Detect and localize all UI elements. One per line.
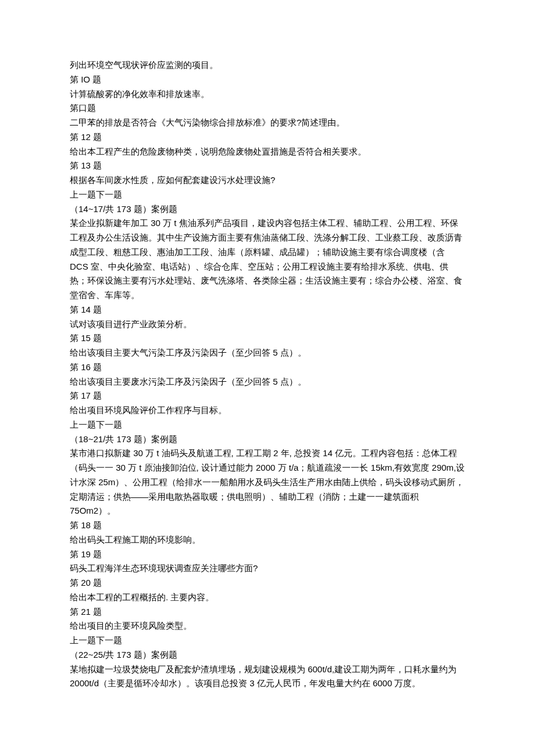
question-heading: 第 18 题 [70, 518, 465, 533]
nav-prev-next[interactable]: 上一题下一题 [70, 635, 122, 645]
body-text: 给出码头工程施工期的环境影响。 [70, 533, 465, 547]
body-text: 二甲苯的排放是否符合《大气污染物综合排放标准》的要求?简述理由。 [70, 116, 465, 130]
body-text: 某地拟建一垃圾焚烧电厂及配套炉渣填埋场，规划建设规模为 600t/d,建设工期为… [70, 662, 465, 691]
question-heading: 第 16 题 [70, 360, 465, 375]
body-text: 码头工程海洋生态环境现状调查应关注哪些方面? [70, 561, 465, 576]
body-text: 某市港口拟新建 30 万 t 油码头及航道工程, 工程工期 2 年, 总投资 1… [70, 446, 465, 518]
question-heading: 第 21 题 [70, 605, 465, 619]
body-text: 给出该项目主要废水污染工序及污染因子（至少回答 5 点）。 [70, 375, 465, 389]
document-page: 列出环境空气现状评价应监测的项目。第 IO 题计算硫酸雾的净化效率和排放速率。第… [0, 0, 535, 756]
body-text: 根据各车间废水性质，应如何配套建设污水处理设施? [70, 173, 465, 188]
body-text: 给出项目的主要环境风险类型。 [70, 619, 465, 633]
case-section-heading: （18~21/共 173 题）案例题 [70, 432, 465, 447]
question-heading: 第 13 题 [70, 159, 465, 173]
body-text: 给出该项目主要大气污染工序及污染因子（至少回答 5 点）。 [70, 346, 465, 360]
question-heading: 第 15 题 [70, 331, 465, 346]
nav-prev-next[interactable]: 上一题下一题 [70, 420, 122, 429]
question-heading: 第 20 题 [70, 576, 465, 590]
nav-prev-next[interactable]: 上一题下一题 [70, 189, 122, 199]
question-heading: 第 IO 题 [70, 73, 465, 87]
question-heading: 第口题 [70, 101, 465, 116]
body-text: 给出本工程产生的危险废物种类，说明危险废物处置措施是否符合相关要求。 [70, 145, 465, 159]
question-heading: 第 12 题 [70, 130, 465, 145]
question-heading: 第 19 题 [70, 547, 465, 562]
body-text: 给出本工程的工程概括的. 主要内容。 [70, 590, 465, 605]
body-text: 给出项目环境风险评价工作程序与目标。 [70, 403, 465, 418]
body-text: 列出环境空气现状评价应监测的项目。 [70, 58, 465, 73]
body-text: 计算硫酸雾的净化效率和排放速率。 [70, 87, 465, 102]
body-text: 某企业拟新建年加工 30 万 t 焦油系列产品项目，建设内容包括主体工程、辅助工… [70, 216, 465, 303]
question-heading: 第 17 题 [70, 389, 465, 403]
case-section-heading: （22~25/共 173 题）案例题 [70, 648, 465, 662]
question-heading: 第 14 题 [70, 303, 465, 317]
case-section-heading: （14~17/共 173 题）案例题 [70, 202, 465, 217]
body-text: 试对该项目进行产业政策分析。 [70, 317, 465, 332]
